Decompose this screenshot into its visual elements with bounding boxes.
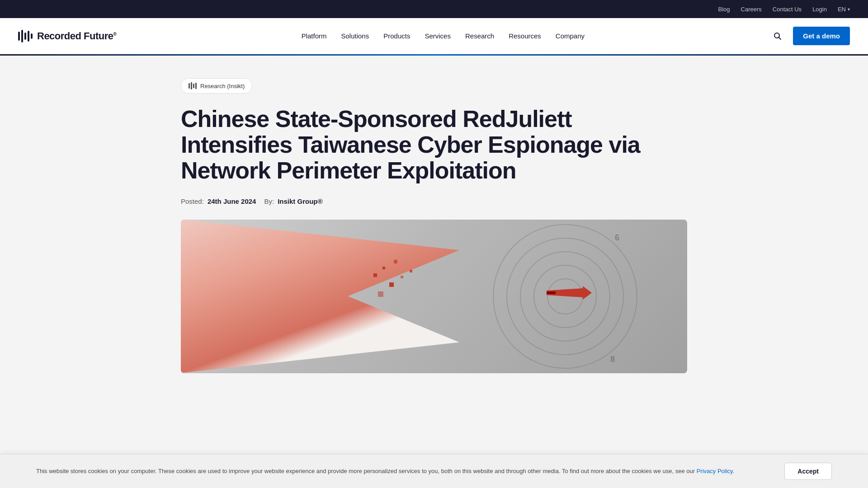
chevron-down-icon: ▾ xyxy=(848,7,850,12)
careers-link[interactable]: Careers xyxy=(741,6,762,13)
logo-icon xyxy=(18,30,33,42)
navbar-nav: Platform Solutions Products Services Res… xyxy=(295,28,591,43)
svg-line-1 xyxy=(779,37,781,39)
nav-products[interactable]: Products xyxy=(377,28,416,43)
dart xyxy=(547,284,592,304)
nav-company[interactable]: Company xyxy=(549,28,591,43)
top-bar: Blog Careers Contact Us Login EN ▾ xyxy=(0,0,868,18)
nav-solutions[interactable]: Solutions xyxy=(335,28,376,43)
nav-services[interactable]: Services xyxy=(418,28,457,43)
svg-marker-3 xyxy=(583,286,592,300)
target-number-6: 6 xyxy=(615,233,619,243)
search-icon xyxy=(773,32,782,41)
demo-bold: demo xyxy=(822,32,840,40)
lang-label: EN xyxy=(838,6,846,13)
navbar-right: Get a demo xyxy=(769,27,850,45)
target-dartboard: 6 8 xyxy=(488,220,642,373)
cookie-banner: This website stores cookies on your comp… xyxy=(0,454,868,488)
badge-icon xyxy=(189,82,197,89)
nav-platform[interactable]: Platform xyxy=(295,28,333,43)
category-badge[interactable]: Research (Insikt) xyxy=(181,78,252,94)
privacy-policy-link[interactable]: Privacy Policy. xyxy=(697,468,735,474)
article-title: Chinese State-Sponsored RedJuliett Inten… xyxy=(181,106,678,184)
article-author: Insikt Group® xyxy=(278,197,322,205)
nav-resources[interactable]: Resources xyxy=(502,28,547,43)
contact-link[interactable]: Contact Us xyxy=(773,6,802,13)
article-meta: Posted: 24th June 2024 By: Insikt Group® xyxy=(181,197,687,205)
get-demo-button[interactable]: Get a demo xyxy=(793,27,850,45)
login-link[interactable]: Login xyxy=(812,6,827,13)
article-date: 24th June 2024 xyxy=(208,197,256,205)
main-content: Research (Insikt) Chinese State-Sponsore… xyxy=(163,56,705,373)
posted-label: Posted: xyxy=(181,197,204,205)
blog-link[interactable]: Blog xyxy=(718,6,730,13)
hero-image-bg: 6 8 xyxy=(181,220,687,373)
hero-image: 6 8 xyxy=(181,220,687,373)
accept-button[interactable]: Accept xyxy=(784,463,832,480)
logo-text: Recorded Future® xyxy=(37,30,116,42)
logo[interactable]: Recorded Future® xyxy=(18,30,116,42)
nav-research[interactable]: Research xyxy=(459,28,500,43)
navbar-left: Recorded Future® xyxy=(18,30,116,42)
language-selector[interactable]: EN ▾ xyxy=(838,6,850,13)
navbar: Recorded Future® Platform Solutions Prod… xyxy=(0,18,868,54)
target-number-8: 8 xyxy=(610,355,615,364)
category-label: Research (Insikt) xyxy=(200,83,245,89)
by-label: By: xyxy=(264,197,274,205)
svg-rect-4 xyxy=(547,291,556,294)
cookie-text: This website stores cookies on your comp… xyxy=(36,467,766,476)
search-button[interactable] xyxy=(769,28,786,44)
